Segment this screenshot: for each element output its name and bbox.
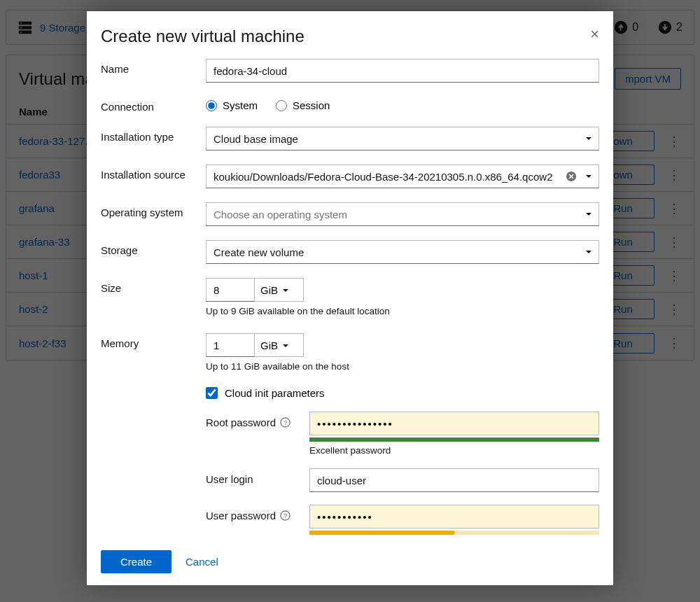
size-input[interactable]: [206, 278, 255, 302]
caret-down-icon: [282, 284, 289, 296]
radio-session-input[interactable]: [276, 100, 287, 111]
label-size: Size: [101, 278, 206, 294]
cancel-button[interactable]: Cancel: [186, 556, 218, 568]
user-password-strength-bar: [309, 531, 599, 535]
modal-title: Create new virtual machine: [101, 27, 304, 46]
memory-helper-text: Up to 11 GiB available on the host: [206, 361, 599, 372]
memory-input[interactable]: [206, 333, 255, 357]
svg-text:?: ?: [284, 419, 287, 426]
label-connection: Connection: [101, 97, 206, 113]
name-input[interactable]: [206, 59, 599, 83]
label-install-source: Installation source: [101, 164, 206, 181]
user-password-input[interactable]: [309, 505, 599, 528]
root-password-input[interactable]: [309, 412, 599, 435]
help-icon[interactable]: ?: [280, 417, 290, 428]
root-password-strength-text: Excellent password: [309, 445, 599, 456]
label-install-type: Installation type: [101, 127, 206, 143]
install-type-select[interactable]: [206, 127, 599, 150]
os-select[interactable]: [206, 202, 599, 226]
label-os: Operating system: [101, 202, 206, 218]
label-user-password: User password ?: [206, 505, 309, 522]
connection-system-radio[interactable]: System: [206, 99, 258, 111]
clear-icon[interactable]: [566, 171, 577, 182]
radio-system-input[interactable]: [206, 100, 217, 111]
create-vm-modal: Create new virtual machine × Name Connec…: [87, 11, 613, 585]
create-button[interactable]: Create: [101, 550, 172, 573]
storage-select[interactable]: [206, 240, 599, 264]
cloud-init-checkbox[interactable]: Cloud init parameters: [206, 387, 599, 399]
label-name: Name: [101, 59, 206, 75]
label-storage: Storage: [101, 240, 206, 256]
user-login-input[interactable]: [309, 468, 599, 492]
size-helper-text: Up to 9 GiB available on the default loc…: [206, 306, 599, 316]
close-icon[interactable]: ×: [590, 27, 599, 42]
install-source-input[interactable]: [206, 164, 599, 188]
cloud-init-input[interactable]: [206, 387, 218, 399]
root-password-strength-bar: [309, 438, 599, 442]
caret-down-icon: [282, 340, 289, 351]
size-unit-select[interactable]: GiB: [255, 278, 304, 302]
help-icon[interactable]: ?: [280, 510, 290, 521]
memory-unit-select[interactable]: GiB: [255, 333, 304, 357]
svg-text:?: ?: [284, 512, 287, 519]
label-root-password: Root password ?: [206, 412, 309, 428]
connection-session-radio[interactable]: Session: [276, 99, 330, 111]
label-memory: Memory: [101, 333, 206, 349]
label-user-login: User login: [206, 468, 309, 485]
